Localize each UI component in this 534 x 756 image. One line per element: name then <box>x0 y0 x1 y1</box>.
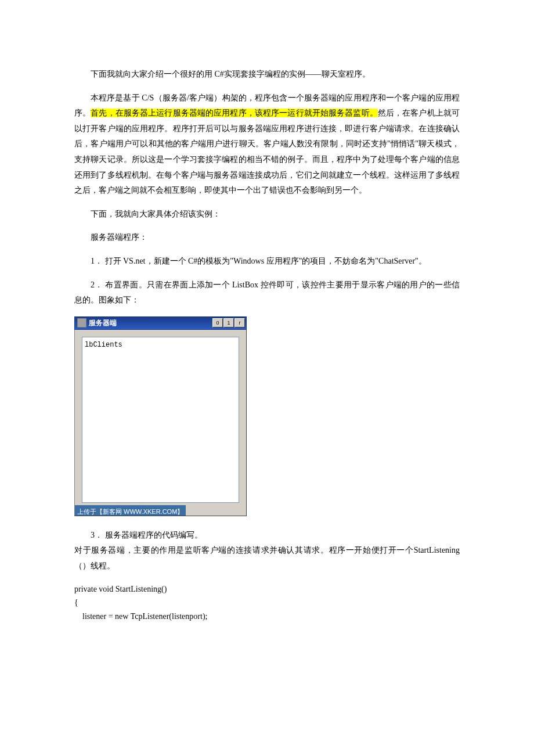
paragraph-step-1: 1． 打开 VS.net，新建一个 C#的模板为"Windows 应用程序"的项… <box>74 254 460 269</box>
maximize-button[interactable]: 1 <box>223 318 234 327</box>
minimize-button[interactable]: 0 <box>212 318 223 327</box>
code-block: private void StartListening() { listener… <box>74 582 460 624</box>
paragraph-step-3: 3． 服务器端程序的代码编写。 <box>74 528 460 543</box>
design-surface: lbClients 上传于【新客网 WWW.XKER.COM】 <box>74 330 247 516</box>
window-title: 服务器端 <box>89 316 212 330</box>
document-page: 下面我就向大家介绍一个很好的用 C#实现套接字编程的实例——聊天室程序。 本程序… <box>0 0 534 756</box>
paragraph-lead-in: 下面，我就向大家具体介绍该实例： <box>74 207 460 222</box>
overview-text-b: 然后，在客户机上就可以打开客户端的应用程序。程序打开后可以与服务器端应用程序进行… <box>74 109 460 195</box>
code-line-3: listener = new TcpListener(listenport); <box>74 612 207 621</box>
code-line-2: { <box>74 598 78 607</box>
window-buttons: 0 1 r <box>212 318 245 327</box>
paragraph-step-2: 2． 布置界面。只需在界面上添加一个 ListBox 控件即可，该控件主要用于显… <box>74 278 460 308</box>
window-titlebar: 服务器端 0 1 r <box>74 316 247 330</box>
paragraph-overview: 本程序是基于 C/S（服务器/客户端）构架的，程序包含一个服务器端的应用程序和一… <box>74 91 460 199</box>
app-icon <box>77 318 86 327</box>
watermark-label: 上传于【新客网 WWW.XKER.COM】 <box>75 505 186 516</box>
highlighted-text: 首先，在服务器上运行服务器端的应用程序，该程序一运行就开始服务器监听。 <box>91 109 378 117</box>
code-line-1: private void StartListening() <box>74 585 167 593</box>
listbox-control[interactable]: lbClients <box>82 337 239 503</box>
designer-screenshot: 服务器端 0 1 r lbClients 上传于【新客网 WWW.XKER.CO… <box>74 316 247 516</box>
close-button[interactable]: r <box>234 318 245 327</box>
paragraph-intro: 下面我就向大家介绍一个很好的用 C#实现套接字编程的实例——聊天室程序。 <box>74 67 460 82</box>
paragraph-step-3-body: 对于服务器端，主要的作用是监听客户端的连接请求并确认其请求。程序一开始便打开一个… <box>74 543 460 574</box>
paragraph-server-heading: 服务器端程序： <box>74 230 460 246</box>
